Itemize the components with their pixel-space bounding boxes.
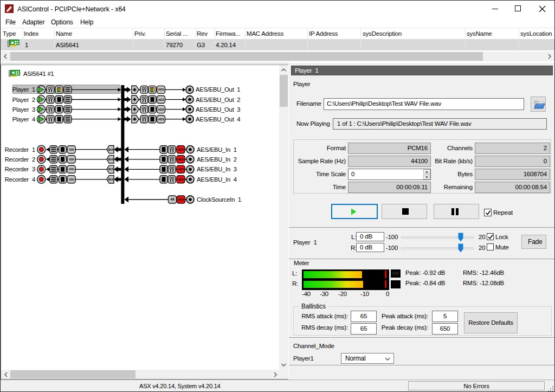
svg-text:Recorder 1: Recorder 1 (5, 146, 35, 153)
svg-text:AES: AES (178, 178, 184, 181)
svg-text:ASI5641 #1: ASI5641 #1 (23, 70, 54, 77)
svg-text:AES/EBU_In 4: AES/EBU_In 4 (197, 176, 237, 183)
svg-text:AES/EBU_Out 4: AES/EBU_Out 4 (196, 116, 240, 123)
svg-text:Player 4: Player 4 (12, 116, 35, 123)
svg-text:AES/EBU_In 1: AES/EBU_In 1 (197, 146, 237, 153)
svg-text:Player 2: Player 2 (12, 97, 35, 103)
svg-text:AES: AES (178, 168, 184, 171)
svg-text:AES/EBU_In 3: AES/EBU_In 3 (197, 166, 237, 172)
svg-text:AES: AES (158, 118, 164, 121)
svg-text:AES: AES (178, 148, 184, 151)
svg-text:AES/EBU_In 2: AES/EBU_In 2 (197, 156, 237, 163)
svg-text:44: 44 (171, 197, 175, 201)
svg-text:AES/EBU_Out 1: AES/EBU_Out 1 (196, 86, 240, 93)
svg-text:ClockSourceIn 1: ClockSourceIn 1 (197, 196, 241, 203)
svg-text:MUX: MUX (108, 178, 114, 181)
svg-text:Player 1: Player 1 (12, 86, 35, 93)
svg-text:VOX: VOX (69, 168, 74, 171)
svg-text:Player 3: Player 3 (12, 106, 35, 113)
svg-text:AES: AES (158, 98, 164, 101)
svg-text:AES/EBU_Out 3: AES/EBU_Out 3 (196, 106, 240, 113)
svg-text:MUX: MUX (108, 158, 114, 161)
svg-text:MUX: MUX (108, 168, 114, 171)
svg-text:VOX: VOX (69, 178, 74, 181)
svg-text:AES/EBU_Out 2: AES/EBU_Out 2 (196, 97, 240, 103)
svg-text:VOX: VOX (69, 158, 74, 161)
svg-text:AES: AES (158, 88, 164, 91)
svg-text:Recorder 4: Recorder 4 (5, 176, 35, 183)
svg-text:VOX: VOX (69, 149, 74, 151)
svg-text:AES: AES (158, 108, 164, 111)
svg-text:MUX: MUX (108, 149, 114, 151)
svg-text:AES: AES (178, 158, 184, 161)
svg-text:Recorder 2: Recorder 2 (5, 156, 35, 163)
svg-text:Recorder 3: Recorder 3 (5, 166, 35, 172)
svg-text:AES: AES (178, 198, 184, 201)
